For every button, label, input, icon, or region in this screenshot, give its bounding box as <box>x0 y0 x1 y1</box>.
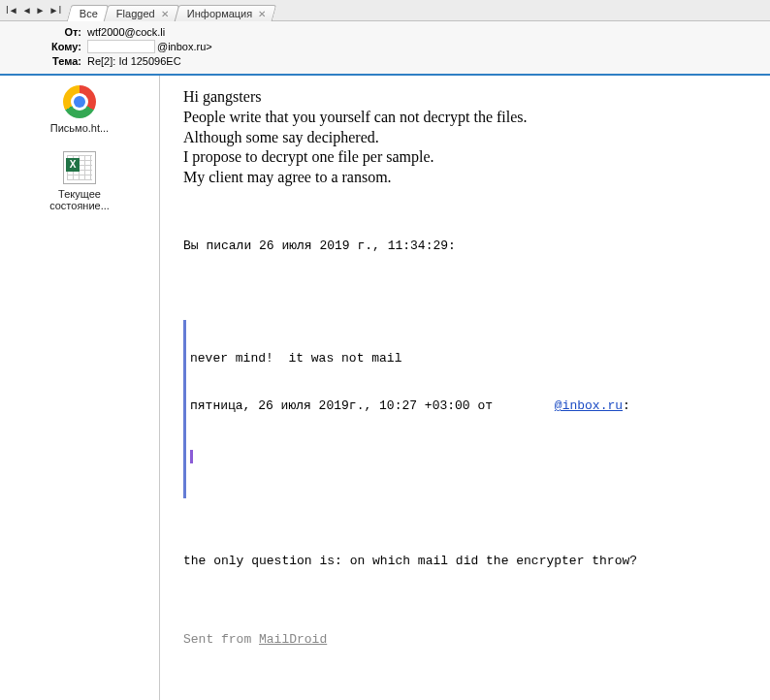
header-from-row: От: wtf2000@cock.li <box>0 25 770 39</box>
tab-bar: Все Flagged ✕ Информация ✕ <box>69 0 273 21</box>
quote-level-2 <box>190 450 753 463</box>
nav-controls: I◄ ◄ ► ►I <box>6 5 69 16</box>
from-label: От: <box>8 26 87 38</box>
greeting-line: Hi gangsters <box>183 87 753 108</box>
subject-value: Re[2]: Id 125096EC <box>87 55 762 67</box>
quote-date-row: пятница, 26 июля 2019г., 10:27 +03:00 от… <box>190 398 753 414</box>
attachment-excel[interactable]: Текущее состояние... <box>4 151 155 211</box>
header-to-row: Кому: @inbox.ru> <box>0 39 770 54</box>
tab-flagged[interactable]: Flagged ✕ <box>104 5 179 21</box>
close-icon[interactable]: ✕ <box>258 8 266 18</box>
question-line: the only question is: on which mail did … <box>183 554 753 569</box>
sent-from-line: Sent from MailDroid <box>183 632 753 648</box>
from-value: wtf2000@cock.li <box>87 26 762 38</box>
main-area: Письмо.ht... Текущее состояние... Hi gan… <box>0 76 770 700</box>
thread-block: Вы писали 26 июля 2019 г., 11:34:29: nev… <box>183 207 753 700</box>
tab-label: Все <box>80 8 98 19</box>
attachments-sidebar: Письмо.ht... Текущее состояние... <box>0 76 160 700</box>
tab-all[interactable]: Все <box>67 5 110 21</box>
greeting-block: Hi gangsters People write that you yours… <box>183 87 753 188</box>
greeting-line: People write that you yourself can not d… <box>183 108 753 128</box>
message-body: Hi gangsters People write that you yours… <box>160 76 770 700</box>
to-suffix: @inbox.ru> <box>157 41 212 52</box>
chrome-icon <box>4 85 155 118</box>
subject-label: Тема: <box>8 55 87 67</box>
excel-icon <box>4 151 155 184</box>
redacted-name <box>87 40 155 53</box>
greeting-line: I propose to decrypt one file per sample… <box>183 147 753 168</box>
attachment-html[interactable]: Письмо.ht... <box>4 85 155 134</box>
email-headers: От: wtf2000@cock.li Кому: @inbox.ru> Тем… <box>0 21 770 76</box>
wrote-line: Вы писали 26 июля 2019 г., 11:34:29: <box>183 239 753 254</box>
nav-prev-icon[interactable]: ◄ <box>22 5 32 16</box>
greeting-line: Although some say deciphered. <box>183 128 753 148</box>
nav-first-icon[interactable]: I◄ <box>6 5 18 16</box>
nav-last-icon[interactable]: ►I <box>49 5 62 16</box>
close-icon[interactable]: ✕ <box>161 8 169 18</box>
tab-info[interactable]: Информация ✕ <box>175 5 277 21</box>
quote-level-1: never mind! it was not mail пятница, 26 … <box>183 320 753 499</box>
quote-text: never mind! it was not mail <box>190 351 753 366</box>
nav-next-icon[interactable]: ► <box>36 5 46 16</box>
attachment-label: Письмо.ht... <box>4 122 155 134</box>
to-label: Кому: <box>8 41 87 52</box>
to-value: @inbox.ru> <box>87 40 762 53</box>
greeting-line: My client may agree to a ransom. <box>183 168 753 188</box>
tab-label: Информация <box>187 8 252 19</box>
toolbar: I◄ ◄ ► ►I Все Flagged ✕ Информация ✕ <box>0 0 770 21</box>
tab-label: Flagged <box>116 8 155 19</box>
inbox-link[interactable]: @inbox.ru <box>555 398 623 413</box>
maildroid-link[interactable]: MailDroid <box>259 632 327 647</box>
header-subject-row: Тема: Re[2]: Id 125096EC <box>0 54 770 68</box>
attachment-label: Текущее состояние... <box>4 188 155 211</box>
